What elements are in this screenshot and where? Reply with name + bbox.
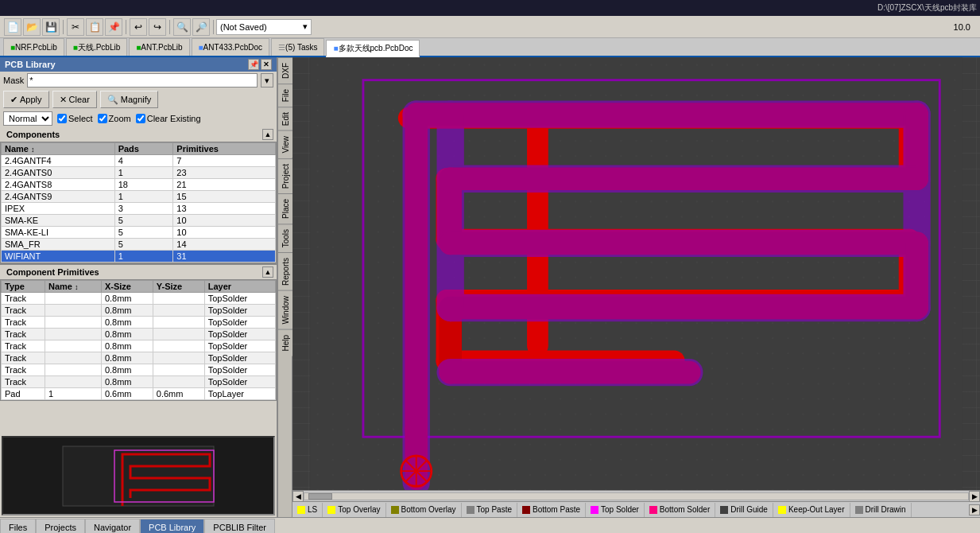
toolbar-btn-cut[interactable]: ✂ [67, 18, 84, 36]
clear-button[interactable]: ✕ Clear [52, 91, 97, 108]
vert-btn-project[interactable]: Project [278, 158, 292, 193]
layer-keepout[interactable]: Keep-Out Layer [773, 503, 850, 517]
col-primitives[interactable]: Primitives [173, 143, 276, 155]
tab-duokuan[interactable]: ■ 多款天线pcb.PcbDoc [326, 40, 420, 57]
toolbar-btn-undo[interactable]: ↩ [130, 18, 147, 36]
tab-tasks[interactable]: ☰ (5) Tasks [271, 38, 324, 56]
layer-bottom-paste[interactable]: Bottom Paste [517, 503, 586, 517]
toolbar-btn-redo[interactable]: ↪ [149, 18, 166, 36]
clear-existing-checkbox[interactable] [136, 114, 145, 123]
prim-col-layer[interactable]: Layer [204, 281, 275, 293]
primitives-scroll-up[interactable]: ▲ [262, 266, 273, 278]
primitives-label: Component Primitives [3, 266, 103, 278]
primitive-row[interactable]: Track0.8mmTopSolder [2, 352, 276, 364]
zoom-checkbox-label[interactable]: Zoom [98, 114, 131, 123]
toolbar-btn-open[interactable]: 📂 [23, 18, 41, 36]
primitive-row[interactable]: Track0.8mmTopSolder [2, 340, 276, 352]
component-row[interactable]: SMA-KE510 [2, 215, 276, 227]
vert-btn-help[interactable]: Help [278, 329, 292, 356]
mask-input[interactable] [27, 73, 258, 88]
layer-top-solder[interactable]: Top Solder [586, 503, 645, 517]
hscroll-thumb[interactable] [308, 493, 332, 500]
vert-btn-file[interactable]: File [278, 84, 292, 107]
bottom-nav-navigator[interactable]: Navigator [85, 519, 140, 533]
toolbar-btn-zoom-out[interactable]: 🔎 [192, 18, 210, 36]
vert-btn-edit[interactable]: Edit [278, 107, 292, 130]
layer-drill-drawing[interactable]: Drill Drawin [850, 503, 912, 517]
tab-ant[interactable]: ■ ANT.PcbLib [129, 38, 189, 56]
primitive-x_size: 0.8mm [101, 329, 153, 340]
component-row[interactable]: SMA_FR514 [2, 239, 276, 251]
bottom-nav-pcb-library[interactable]: PCB Library [140, 519, 204, 533]
component-row[interactable]: 2.4GANTS81821 [2, 179, 276, 191]
vert-btn-dxf[interactable]: DXF [278, 57, 292, 84]
toolbar-btn-new[interactable]: 📄 [4, 18, 21, 36]
components-table-container[interactable]: Name ↕ Pads Primitives 2.4GANTF4472.4GAN… [0, 142, 277, 263]
layer-bottom-overlay[interactable]: Bottom Overlay [386, 503, 462, 517]
primitive-type: Track [2, 376, 45, 388]
primitive-row[interactable]: Track0.8mmTopSolder [2, 376, 276, 388]
layer-scroll-right[interactable]: ▶ [969, 504, 980, 515]
col-name[interactable]: Name ↕ [2, 143, 115, 155]
bottom-nav-projects[interactable]: Projects [36, 519, 85, 533]
layer-end-spacer: ▶ [969, 504, 980, 515]
pcb-canvas[interactable] [292, 57, 980, 490]
prim-col-name[interactable]: Name ↕ [45, 281, 101, 293]
layer-tabs: LS Top Overlay Bottom Overlay Top Paste … [292, 501, 980, 517]
mask-dropdown-btn[interactable]: ▾ [261, 73, 273, 88]
layer-top-overlay[interactable]: Top Overlay [323, 503, 385, 517]
prim-col-ysize[interactable]: Y-Size [153, 281, 204, 293]
vert-btn-place[interactable]: Place [278, 193, 292, 224]
toolbar-btn-zoom-in[interactable]: 🔍 [173, 18, 191, 36]
component-row[interactable]: IPEX313 [2, 203, 276, 215]
panel-pin-btn[interactable]: 📌 [248, 59, 259, 70]
hscroll-track[interactable] [304, 492, 969, 500]
primitive-row[interactable]: Track0.8mmTopSolder [2, 305, 276, 317]
hscroll-left-btn[interactable]: ◀ [292, 491, 304, 502]
components-scroll-up[interactable]: ▲ [262, 129, 273, 140]
primitive-row[interactable]: Track0.8mmTopSolder [2, 364, 276, 376]
select-checkbox-label[interactable]: Select [57, 114, 93, 123]
apply-button[interactable]: ✔ Apply [3, 91, 49, 108]
toolbar-btn-copy[interactable]: 📋 [86, 18, 103, 36]
primitives-table-container[interactable]: Type Name ↕ X-Size Y-Size Layer Track0.8… [0, 279, 277, 401]
primitive-row[interactable]: Track0.8mmTopSolder [2, 293, 276, 305]
prim-col-xsize[interactable]: X-Size [101, 281, 153, 293]
vert-btn-window[interactable]: Window [278, 290, 292, 329]
col-pads[interactable]: Pads [114, 143, 173, 155]
component-row[interactable]: 2.4GANTF447 [2, 155, 276, 167]
component-primitives: 21 [173, 179, 276, 191]
component-row[interactable]: 2.4GANTS0123 [2, 167, 276, 179]
vert-btn-reports[interactable]: Reports [278, 252, 292, 290]
toolbar-btn-paste[interactable]: 📌 [105, 18, 122, 36]
tab-nrf[interactable]: ■ NRF.PcbLib [3, 38, 64, 56]
primitive-row[interactable]: Pad10.6mm0.6mmTopLayer [2, 388, 276, 400]
component-row[interactable]: SMA-KE-LI510 [2, 227, 276, 239]
toolbar-btn-save[interactable]: 💾 [42, 18, 60, 36]
bottom-nav-files[interactable]: Files [0, 519, 36, 533]
vert-btn-view[interactable]: View [278, 130, 292, 158]
primitive-row[interactable]: Track0.8mmTopSolder [2, 329, 276, 340]
prim-col-type[interactable]: Type [2, 281, 45, 293]
layer-drill-drawing-label: Drill Drawin [866, 505, 906, 514]
magnify-button[interactable]: 🔍 Magnify [100, 91, 159, 108]
layer-bottom-solder[interactable]: Bottom Solder [645, 503, 715, 517]
primitive-row[interactable]: Track0.8mmTopSolder [2, 317, 276, 329]
tab-ant433[interactable]: ■ ANT433.PcbDoc [192, 38, 270, 56]
zoom-checkbox[interactable] [98, 114, 107, 123]
clear-existing-checkbox-label[interactable]: Clear Existing [136, 114, 201, 123]
tab-icon-tasks: ☰ [278, 43, 285, 52]
toolbar-unsaved-dropdown[interactable]: (Not Saved) ▾ [216, 19, 312, 35]
layer-ls[interactable]: LS [292, 503, 323, 517]
component-row[interactable]: 2.4GANTS9115 [2, 191, 276, 203]
mode-select[interactable]: Normal [3, 111, 52, 126]
panel-close-btn[interactable]: ✕ [261, 59, 272, 70]
vert-btn-tools[interactable]: Tools [278, 224, 292, 252]
select-checkbox[interactable] [57, 114, 67, 123]
hscroll-right-btn[interactable]: ▶ [969, 491, 980, 502]
tab-tianxian[interactable]: ■ 天线.PcbLib [66, 38, 127, 56]
layer-top-paste[interactable]: Top Paste [462, 503, 517, 517]
component-row[interactable]: WIFIANT131 [2, 251, 276, 263]
layer-drill-guide[interactable]: Drill Guide [715, 503, 773, 517]
bottom-nav-pcblib-filter[interactable]: PCBLIB Filter [204, 519, 275, 533]
